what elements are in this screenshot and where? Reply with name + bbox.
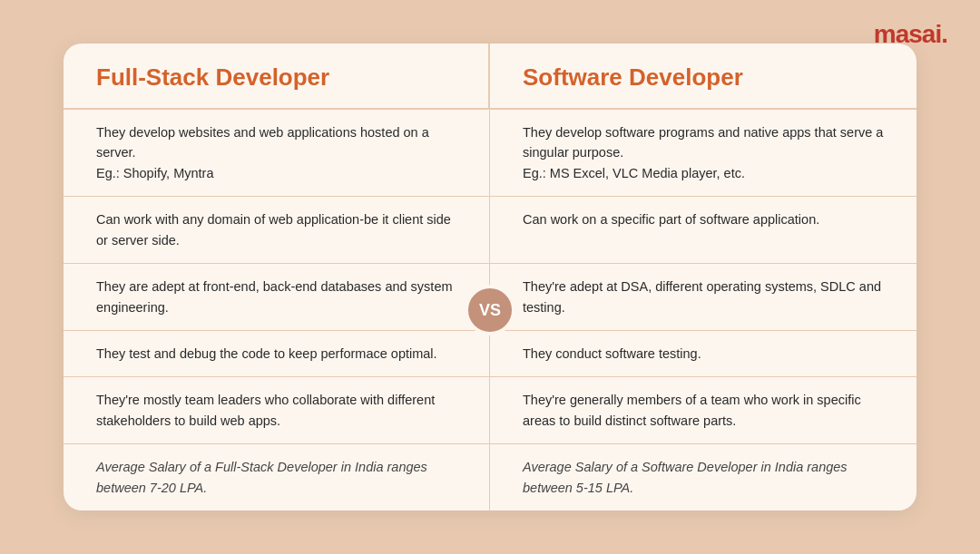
cell-left-3: They test and debug the code to keep per… [64, 331, 490, 376]
vs-circle: VS [465, 285, 515, 335]
cell-left-4: They're mostly team leaders who collabor… [64, 377, 490, 443]
cell-right-5: Average Salary of a Software Developer i… [490, 444, 916, 510]
cell-left-1: Can work with any domain of web applicat… [64, 197, 490, 263]
table-row: They're mostly team leaders who collabor… [64, 377, 916, 444]
header-left: Full-Stack Developer [64, 44, 490, 108]
cell-right-4: They're generally members of a team who … [490, 377, 916, 443]
cell-right-1: Can work on a specific part of software … [490, 197, 916, 263]
table-row: They test and debug the code to keep per… [64, 331, 916, 377]
cell-right-0: They develop software programs and nativ… [490, 110, 916, 196]
cell-right-3: They conduct software testing. [490, 331, 916, 376]
comparison-card: Full-Stack Developer Software Developer … [64, 44, 916, 511]
logo-dot: . [941, 20, 947, 48]
cell-left-5: Average Salary of a Full-Stack Developer… [64, 444, 490, 510]
cell-left-0: They develop websites and web applicatio… [64, 110, 490, 196]
logo-text: masai [874, 20, 941, 48]
header-right: Software Developer [490, 44, 916, 108]
table-row: Average Salary of a Full-Stack Developer… [64, 444, 916, 510]
table-row: They develop websites and web applicatio… [64, 110, 916, 197]
cell-right-2: They're adept at DSA, different operatin… [490, 264, 916, 330]
logo: masai. [874, 20, 947, 49]
table-row: Can work with any domain of web applicat… [64, 197, 916, 264]
body-rows: VS They develop websites and web applica… [64, 110, 916, 511]
header-row: Full-Stack Developer Software Developer [64, 44, 916, 110]
cell-left-2: They are adept at front-end, back-end da… [64, 264, 490, 330]
